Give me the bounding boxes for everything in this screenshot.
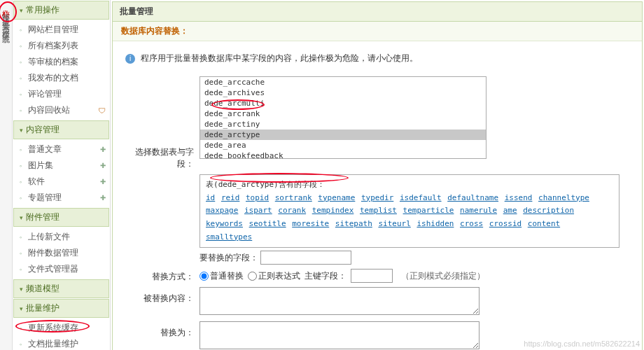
add-icon[interactable]: ✚ (100, 162, 106, 169)
field-link[interactable]: issend (505, 193, 533, 202)
warning-note: i 程序用于批量替换数据库中某字段的内容，此操作极为危险，请小心使用。 (122, 47, 632, 74)
sidebar-item[interactable]: 内容回收站🛡 (13, 102, 110, 118)
warning-text: 程序用于批量替换数据库中某字段的内容，此操作极为危险，请小心使用。 (141, 52, 418, 64)
field-link[interactable]: tempindex (312, 206, 354, 215)
rail-tab[interactable]: 系统 (1, 27, 11, 31)
label-target-field: 要替换的字段： (200, 253, 258, 262)
sidebar-group-header[interactable]: 批量维护 (13, 299, 109, 318)
table-option[interactable]: dede_arccache (200, 77, 486, 88)
sidebar-item[interactable]: 文件式管理器 (13, 261, 110, 277)
replace-to-input[interactable] (200, 321, 479, 349)
sidebar-item[interactable]: 更新系统缓存 (13, 320, 110, 336)
field-link[interactable]: temparticle (403, 206, 454, 215)
sidebar-group-header[interactable]: 频道模型 (13, 279, 109, 298)
table-option[interactable]: dede_bookfeedback (200, 150, 486, 159)
field-link[interactable]: seotitle (249, 219, 286, 228)
panel-subtitle: 数据库内容替换： (113, 22, 642, 41)
sidebar-item[interactable]: 等审核的档案 (13, 54, 110, 70)
field-link[interactable]: channeltype (538, 193, 589, 202)
field-link[interactable]: sitepath (335, 219, 372, 228)
field-link[interactable]: defaultname (447, 193, 498, 202)
sidebar: 常用操作网站栏目管理所有档案列表等审核的档案我发布的文档评论管理内容回收站🛡内容… (13, 0, 111, 350)
fields-list: id reid topid sortrank typename typedir … (206, 192, 613, 244)
field-link[interactable]: maxpage (206, 206, 238, 215)
pk-hint: （正则模式必须指定） (401, 270, 485, 282)
shield-icon: 🛡 (98, 106, 106, 115)
field-link[interactable]: ispart (244, 206, 272, 215)
table-option[interactable]: dede_area (200, 140, 486, 150)
field-link[interactable]: reid (221, 193, 240, 202)
field-link[interactable]: id (206, 193, 215, 202)
row-target-field: 要替换的字段： (200, 251, 632, 265)
sidebar-item[interactable]: 软件✚ (13, 174, 110, 190)
field-link[interactable]: moresite (292, 219, 329, 228)
field-link[interactable]: cross (460, 219, 483, 228)
target-field-input[interactable] (260, 251, 351, 265)
fields-box: 表(dede_arctype)含有的字段： id reid topid sort… (200, 174, 620, 248)
main-content: 批量管理 数据库内容替换： i 程序用于批量替换数据库中某字段的内容，此操作极为… (111, 0, 644, 350)
radio-normal[interactable]: 普通替换 (200, 270, 244, 282)
sidebar-item[interactable]: 所有档案列表 (13, 38, 110, 54)
pk-input[interactable] (351, 269, 393, 283)
field-link[interactable]: templist (360, 206, 397, 215)
watermark: https://blog.csdn.net/m582622214 (524, 340, 640, 348)
field-link[interactable]: sortrank (275, 193, 312, 202)
table-option[interactable]: dede_archives (200, 88, 486, 98)
fields-box-title: 表(dede_arctype)含有的字段： (206, 178, 613, 192)
field-link[interactable]: keywords (206, 219, 243, 228)
info-icon: i (125, 54, 135, 64)
left-rail: 核心模块生成采集会员模板系统 (0, 0, 13, 350)
radio-regex[interactable]: 正则表达式 (248, 270, 300, 282)
field-link[interactable]: namerule (460, 206, 497, 215)
table-option[interactable]: dede_arctiny (200, 119, 486, 130)
label-pk: 主键字段： (304, 270, 346, 282)
field-link[interactable]: siteurl (378, 219, 410, 228)
sidebar-group-header[interactable]: 内容管理 (13, 120, 109, 139)
field-link[interactable]: smalltypes (206, 232, 252, 241)
field-link[interactable]: corank (278, 206, 306, 215)
field-link[interactable]: typename (318, 193, 355, 202)
sidebar-item[interactable]: 图片集✚ (13, 158, 110, 174)
field-link[interactable]: isdefault (400, 193, 442, 202)
sidebar-group-header[interactable]: 附件管理 (13, 208, 109, 227)
sidebar-item[interactable]: 我发布的文档 (13, 70, 110, 86)
panel-title: 批量管理 (113, 2, 642, 22)
table-select-list[interactable]: dede_arccachedede_archivesdede_arcmultid… (200, 76, 486, 159)
table-option[interactable]: dede_arcrank (200, 108, 486, 119)
label-replace-mode: 替换方式： (122, 269, 200, 283)
sidebar-item[interactable]: 上传新文件 (13, 229, 110, 245)
field-link[interactable]: typedir (361, 193, 393, 202)
field-link[interactable]: ame (503, 206, 517, 215)
radio-regex-input[interactable] (248, 272, 257, 281)
label-replace-to: 替换为： (122, 321, 200, 339)
label-replaced-content: 被替换内容： (122, 287, 200, 304)
add-icon[interactable]: ✚ (100, 178, 106, 186)
table-option[interactable]: dede_arcmulti (200, 98, 486, 108)
field-link[interactable]: crossid (489, 219, 522, 228)
sidebar-item[interactable]: 专题管理✚ (13, 190, 110, 206)
radio-normal-input[interactable] (200, 272, 209, 281)
add-icon[interactable]: ✚ (100, 146, 106, 153)
field-link[interactable]: description (523, 206, 574, 215)
add-icon[interactable]: ✚ (100, 194, 106, 202)
sidebar-item[interactable]: 文档批量维护 (13, 336, 110, 350)
replaced-content-input[interactable] (200, 287, 479, 315)
sidebar-item[interactable]: 评论管理 (13, 86, 110, 102)
sidebar-group-header[interactable]: 常用操作 (13, 1, 109, 20)
label-select-table: 选择数据表与字段： (122, 76, 200, 170)
field-link[interactable]: ishidden (416, 219, 454, 228)
field-link[interactable]: content (528, 219, 560, 228)
sidebar-item[interactable]: 附件数据管理 (13, 245, 110, 261)
sidebar-item[interactable]: 普通文章✚ (13, 141, 110, 158)
field-link[interactable]: topid (246, 193, 269, 202)
table-option[interactable]: dede_arctype (200, 130, 486, 140)
sidebar-item[interactable]: 网站栏目管理 (13, 22, 110, 38)
